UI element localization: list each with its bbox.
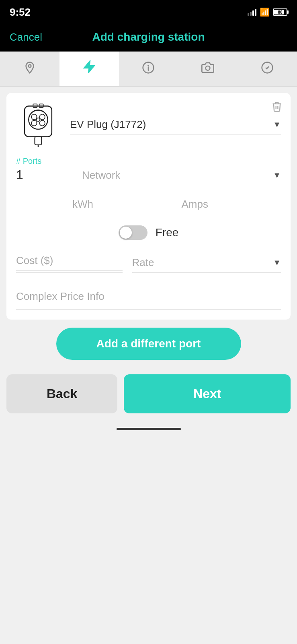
bottom-buttons: Back Next xyxy=(0,374,297,421)
toggle-thumb xyxy=(120,227,132,239)
cost-placeholder: Cost ($) xyxy=(16,251,123,270)
chevron-down-icon: ▼ xyxy=(273,120,281,129)
rate-placeholder: Rate xyxy=(132,256,154,269)
kwh-placeholder: kWh xyxy=(72,195,172,214)
svg-point-11 xyxy=(31,114,37,120)
signal-icon xyxy=(248,8,256,16)
tab-check[interactable] xyxy=(238,52,297,86)
tab-location[interactable] xyxy=(0,52,59,86)
main-content: EV Plug (J1772) ▼ # Ports 1 Network ▼ kW… xyxy=(0,87,297,374)
svg-point-0 xyxy=(29,64,31,67)
network-placeholder: Network xyxy=(82,169,120,182)
svg-point-15 xyxy=(37,118,40,121)
wifi-icon: 📶 xyxy=(260,7,270,17)
plug-icon xyxy=(16,103,60,147)
svg-point-14 xyxy=(39,120,45,126)
kwh-amps-row: kWh Amps xyxy=(16,195,281,214)
amps-placeholder: Amps xyxy=(182,195,281,214)
header: Cancel Add charging station xyxy=(0,24,297,52)
free-toggle-row: Free xyxy=(16,225,281,240)
network-select[interactable]: Network ▼ xyxy=(82,166,281,185)
ports-label: # Ports xyxy=(16,157,72,166)
charging-icon xyxy=(83,60,96,76)
back-button[interactable]: Back xyxy=(6,374,117,413)
free-label: Free xyxy=(156,226,179,239)
add-port-button[interactable]: Add a different port xyxy=(56,328,241,360)
home-indicator xyxy=(0,421,297,434)
page-title: Add charging station xyxy=(92,31,205,43)
camera-icon xyxy=(201,61,214,77)
cost-rate-row: Cost ($) Rate ▼ xyxy=(16,251,281,272)
status-icons: 📶 80 xyxy=(248,7,287,17)
plug-row: EV Plug (J1772) ▼ xyxy=(16,103,281,147)
ports-network-row: # Ports 1 Network ▼ xyxy=(16,157,281,185)
network-chevron-icon: ▼ xyxy=(273,171,281,180)
delete-button[interactable] xyxy=(271,101,283,115)
rate-select[interactable]: Rate ▼ xyxy=(132,253,281,272)
checkmark-icon xyxy=(261,61,274,77)
status-time: 9:52 xyxy=(10,6,31,19)
tab-bar xyxy=(0,52,297,87)
ports-value[interactable]: 1 xyxy=(16,167,72,185)
svg-point-12 xyxy=(39,114,45,120)
svg-rect-16 xyxy=(35,137,42,145)
svg-point-5 xyxy=(206,66,210,70)
cost-field[interactable]: Cost ($) xyxy=(16,251,123,272)
svg-marker-1 xyxy=(84,62,94,72)
plug-type-select[interactable]: EV Plug (J1772) ▼ xyxy=(70,115,281,134)
ports-field: # Ports 1 xyxy=(16,157,72,185)
plug-type-value: EV Plug (J1772) xyxy=(70,118,146,131)
charging-card: EV Plug (J1772) ▼ # Ports 1 Network ▼ kW… xyxy=(6,93,291,320)
next-button[interactable]: Next xyxy=(124,374,291,413)
free-toggle[interactable] xyxy=(119,225,147,240)
battery-icon: 80 xyxy=(273,8,287,16)
home-bar xyxy=(117,428,181,430)
kwh-field[interactable]: kWh xyxy=(72,195,172,214)
svg-point-13 xyxy=(31,120,37,126)
status-bar: 9:52 📶 80 xyxy=(0,0,297,24)
cancel-button[interactable]: Cancel xyxy=(10,31,42,43)
info-icon xyxy=(142,61,155,77)
complex-price-placeholder: Complex Price Info xyxy=(16,287,281,306)
tab-photo[interactable] xyxy=(178,52,238,86)
complex-price-field[interactable]: Complex Price Info xyxy=(16,284,281,310)
svg-point-10 xyxy=(29,110,47,129)
tab-charging[interactable] xyxy=(59,52,119,86)
tab-info[interactable] xyxy=(119,52,178,86)
amps-field[interactable]: Amps xyxy=(182,195,281,214)
location-icon xyxy=(23,61,36,77)
rate-chevron-icon: ▼ xyxy=(273,258,281,267)
